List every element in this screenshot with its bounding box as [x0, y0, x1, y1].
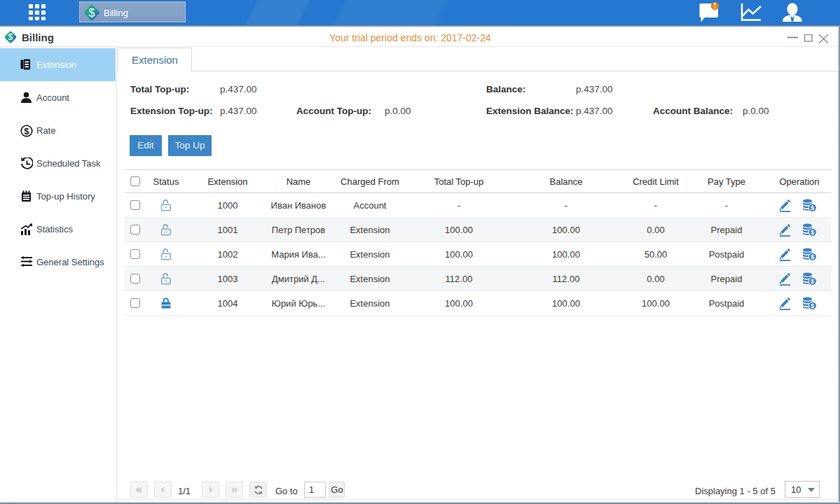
- svg-text:$: $: [25, 127, 29, 136]
- svg-text:$: $: [811, 204, 814, 211]
- svg-text:$: $: [811, 229, 814, 236]
- svg-text:$: $: [811, 253, 814, 260]
- svg-text:$: $: [811, 302, 814, 309]
- svg-text:!: !: [714, 2, 716, 10]
- svg-text:$: $: [89, 7, 95, 19]
- svg-text:$: $: [811, 278, 814, 285]
